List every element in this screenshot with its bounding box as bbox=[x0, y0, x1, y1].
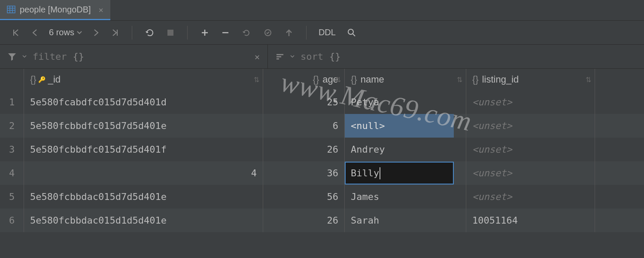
cell-age[interactable]: 26 bbox=[263, 209, 345, 232]
revert-button[interactable] bbox=[237, 26, 255, 39]
column-header-id[interactable]: {} 🔑 _id ⇅ bbox=[24, 69, 263, 90]
cell-listing[interactable]: <unset> bbox=[466, 138, 595, 161]
braces-icon: {} bbox=[313, 74, 319, 85]
submit-button[interactable] bbox=[280, 26, 298, 39]
table-header-row: {} 🔑 _id ⇅ {} age ⇅ {} name ⇅ {} listing… bbox=[0, 69, 644, 90]
column-header-name[interactable]: {} name ⇅ bbox=[345, 69, 466, 90]
row-number[interactable]: 3 bbox=[0, 138, 24, 161]
filter-section[interactable]: filter {} ✕ bbox=[0, 45, 268, 68]
cell-editing-input[interactable]: Billy bbox=[345, 162, 454, 184]
braces-icon: {} bbox=[30, 74, 36, 85]
first-page-button[interactable] bbox=[8, 27, 24, 38]
column-label: listing_id bbox=[482, 74, 519, 85]
cell-age[interactable]: 25 bbox=[263, 90, 345, 114]
cell-id[interactable]: 5e580fcabdfc015d7d5d401d bbox=[24, 90, 263, 114]
clear-filter-icon[interactable]: ✕ bbox=[255, 52, 260, 62]
cell-name[interactable]: Billy bbox=[345, 161, 466, 185]
chevron-down-icon bbox=[290, 55, 295, 58]
svg-rect-5 bbox=[167, 30, 173, 36]
tab-people[interactable]: people [MongoDB] ✕ bbox=[0, 0, 110, 20]
divider bbox=[306, 26, 307, 40]
divider bbox=[187, 26, 188, 40]
divider bbox=[132, 26, 132, 40]
cell-listing[interactable]: <unset> bbox=[466, 90, 595, 114]
chevron-down-icon bbox=[22, 55, 27, 58]
cell-age[interactable]: 26 bbox=[263, 138, 345, 161]
sort-handle-icon[interactable]: ⇅ bbox=[254, 76, 259, 84]
sort-braces: {} bbox=[329, 51, 341, 62]
refresh-button[interactable] bbox=[141, 26, 159, 39]
row-count[interactable]: 6 rows bbox=[46, 28, 85, 37]
cell-name[interactable]: Sarah bbox=[345, 209, 466, 232]
cell-id[interactable]: 5e580fcbbdfc015d7d5d401f bbox=[24, 138, 263, 161]
cell-name[interactable]: Petya bbox=[345, 90, 466, 114]
cell-id[interactable]: 5e580fcbbdac015d7d5d401e bbox=[24, 185, 263, 209]
sort-icon bbox=[276, 53, 284, 60]
column-label: name bbox=[361, 74, 384, 85]
add-row-button[interactable] bbox=[196, 27, 213, 39]
svg-rect-0 bbox=[7, 6, 15, 13]
data-table: {} 🔑 _id ⇅ {} age ⇅ {} name ⇅ {} listing… bbox=[0, 69, 644, 232]
cell-id[interactable]: 5e580fcbbdac015d1d5d401e bbox=[24, 209, 263, 232]
cell-age[interactable]: 56 bbox=[263, 185, 345, 209]
cell-id[interactable]: 4 bbox=[24, 161, 263, 185]
next-page-button[interactable] bbox=[89, 27, 103, 38]
row-count-label: 6 rows bbox=[49, 28, 74, 37]
filter-sort-bar: filter {} ✕ sort {} bbox=[0, 45, 644, 69]
svg-point-7 bbox=[348, 29, 353, 34]
filter-label: filter bbox=[33, 51, 67, 62]
stop-button[interactable] bbox=[162, 27, 179, 38]
column-label: _id bbox=[48, 74, 61, 85]
filter-braces: {} bbox=[73, 51, 84, 62]
sort-handle-icon[interactable]: ⇅ bbox=[457, 76, 462, 84]
row-number[interactable]: 1 bbox=[0, 90, 24, 114]
sort-handle-icon[interactable]: ⇅ bbox=[586, 76, 591, 84]
braces-icon: {} bbox=[472, 74, 479, 85]
cell-age[interactable]: 36 bbox=[263, 161, 345, 185]
sort-section[interactable]: sort {} bbox=[268, 45, 348, 68]
cell-listing[interactable]: <unset> bbox=[466, 114, 595, 138]
table-icon bbox=[7, 5, 15, 14]
sort-label: sort bbox=[301, 51, 323, 62]
last-page-button[interactable] bbox=[107, 27, 123, 38]
row-number[interactable]: 5 bbox=[0, 185, 24, 209]
table-row[interactable]: 25e580fcbbdfc015d7d5d401e6<null><unset> bbox=[0, 114, 644, 138]
ddl-button[interactable]: DDL bbox=[315, 28, 339, 37]
sort-handle-icon[interactable]: ⇅ bbox=[335, 76, 341, 84]
close-icon[interactable]: ✕ bbox=[99, 5, 103, 14]
commit-button[interactable] bbox=[259, 26, 277, 39]
filter-icon bbox=[8, 53, 16, 61]
braces-icon: {} bbox=[351, 74, 357, 85]
tab-bar: people [MongoDB] ✕ bbox=[0, 0, 644, 21]
cell-listing[interactable]: <unset> bbox=[466, 161, 595, 185]
cell-listing[interactable]: <unset> bbox=[466, 185, 595, 209]
cell-age[interactable]: 6 bbox=[263, 114, 345, 138]
prev-page-button[interactable] bbox=[27, 27, 42, 38]
column-header-age[interactable]: {} age ⇅ bbox=[263, 69, 345, 90]
row-num-header bbox=[0, 69, 24, 90]
table-row[interactable]: 15e580fcabdfc015d7d5d401d25Petya<unset> bbox=[0, 90, 644, 114]
tab-title: people [MongoDB] bbox=[20, 5, 91, 15]
column-header-listing[interactable]: {} listing_id ⇅ bbox=[466, 69, 595, 90]
table-row[interactable]: 35e580fcbbdfc015d7d5d401f26Andrey<unset> bbox=[0, 138, 644, 161]
row-number[interactable]: 2 bbox=[0, 114, 24, 138]
row-number[interactable]: 4 bbox=[0, 161, 24, 185]
table-row[interactable]: 55e580fcbbdac015d7d5d401e56James<unset> bbox=[0, 185, 644, 209]
toolbar: 6 rows DDL bbox=[0, 21, 644, 45]
table-row[interactable]: 65e580fcbbdac015d1d5d401e26Sarah10051164 bbox=[0, 209, 644, 232]
cell-name[interactable]: James bbox=[345, 185, 466, 209]
cell-id[interactable]: 5e580fcbbdfc015d7d5d401e bbox=[24, 114, 263, 138]
cell-listing[interactable]: 10051164 bbox=[466, 209, 595, 232]
remove-row-button[interactable] bbox=[217, 27, 234, 39]
key-icon: 🔑 bbox=[38, 76, 46, 83]
search-button[interactable] bbox=[343, 26, 361, 39]
cell-name[interactable]: Andrey bbox=[345, 138, 466, 161]
table-row[interactable]: 4436Billy<unset> bbox=[0, 161, 644, 185]
row-number[interactable]: 6 bbox=[0, 209, 24, 232]
cell-name[interactable]: <null> bbox=[345, 114, 466, 138]
chevron-down-icon bbox=[77, 31, 82, 34]
